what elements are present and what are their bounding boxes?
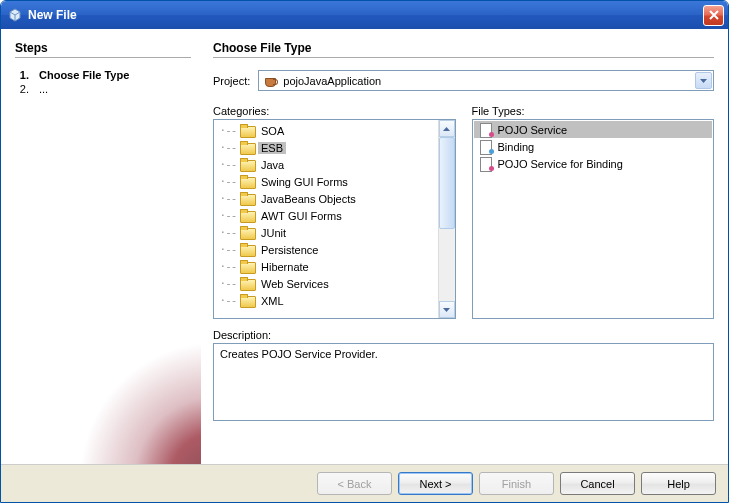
category-item[interactable]: ·--XML — [214, 292, 438, 309]
steps-list: 1. Choose File Type 2. ... — [15, 68, 191, 96]
step-label: ... — [39, 83, 48, 95]
description-box: Creates POJO Service Provider. — [213, 343, 714, 421]
help-button[interactable]: Help — [641, 472, 716, 495]
description-section: Description: Creates POJO Service Provid… — [213, 329, 714, 421]
category-item[interactable]: ·--Web Services — [214, 275, 438, 292]
filetype-label: Binding — [498, 141, 535, 153]
filetype-item[interactable]: Binding — [474, 138, 713, 155]
step-item: 2. ... — [15, 82, 191, 96]
category-item[interactable]: ·--ESB — [214, 139, 438, 156]
step-label: Choose File Type — [39, 69, 129, 81]
content-area: Steps 1. Choose File Type 2. ... Choose … — [1, 29, 728, 464]
panel-heading: Choose File Type — [213, 41, 714, 55]
category-label: Persistence — [258, 244, 321, 256]
folder-icon — [240, 243, 256, 256]
category-item[interactable]: ·--AWT GUI Forms — [214, 207, 438, 224]
category-label: Hibernate — [258, 261, 312, 273]
step-number: 2. — [15, 83, 29, 95]
back-button[interactable]: < Back — [317, 472, 392, 495]
button-bar: < Back Next > Finish Cancel Help — [1, 464, 728, 502]
category-label: XML — [258, 295, 287, 307]
cancel-button[interactable]: Cancel — [560, 472, 635, 495]
category-item[interactable]: ·--Swing GUI Forms — [214, 173, 438, 190]
tree-connector: ·-- — [218, 158, 238, 171]
filetypes-label: File Types: — [472, 105, 715, 117]
filetype-item[interactable]: POJO Service for Binding — [474, 155, 713, 172]
tree-connector: ·-- — [218, 192, 238, 205]
file-icon — [478, 157, 494, 171]
app-icon — [7, 7, 23, 23]
filetype-label: POJO Service — [498, 124, 568, 136]
tree-connector: ·-- — [218, 209, 238, 222]
tree-connector: ·-- — [218, 277, 238, 290]
folder-icon — [240, 124, 256, 137]
category-item[interactable]: ·--Hibernate — [214, 258, 438, 275]
category-item[interactable]: ·--Persistence — [214, 241, 438, 258]
category-label: AWT GUI Forms — [258, 210, 345, 222]
scroll-thumb[interactable] — [439, 137, 455, 229]
folder-icon — [240, 294, 256, 307]
close-button[interactable] — [703, 5, 724, 26]
tree-connector: ·-- — [218, 226, 238, 239]
step-number: 1. — [15, 69, 29, 81]
project-row: Project: pojoJavaApplication — [213, 70, 714, 91]
tree-connector: ·-- — [218, 243, 238, 256]
category-label: Java — [258, 159, 287, 171]
scroll-down-button[interactable] — [439, 301, 455, 318]
description-label: Description: — [213, 329, 714, 341]
folder-icon — [240, 209, 256, 222]
project-label: Project: — [213, 75, 250, 87]
titlebar: New File — [1, 1, 728, 29]
scroll-track[interactable] — [439, 137, 455, 301]
category-label: Web Services — [258, 278, 332, 290]
filetypes-column: File Types: POJO ServiceBindingPOJO Serv… — [472, 105, 715, 319]
filetype-label: POJO Service for Binding — [498, 158, 623, 170]
lists-row: Categories: ·--SOA·--ESB·--Java·--Swing … — [213, 105, 714, 319]
file-icon — [478, 140, 494, 154]
divider — [213, 57, 714, 58]
category-label: JUnit — [258, 227, 289, 239]
category-label: SOA — [258, 125, 287, 137]
folder-icon — [240, 192, 256, 205]
step-item: 1. Choose File Type — [15, 68, 191, 82]
scroll-up-button[interactable] — [439, 120, 455, 137]
filetype-item[interactable]: POJO Service — [474, 121, 713, 138]
steps-sidebar: Steps 1. Choose File Type 2. ... — [1, 29, 201, 464]
tree-connector: ·-- — [218, 124, 238, 137]
folder-icon — [240, 141, 256, 154]
description-text: Creates POJO Service Provider. — [220, 348, 378, 360]
category-label: ESB — [258, 142, 286, 154]
java-project-icon — [263, 73, 279, 89]
project-combobox[interactable]: pojoJavaApplication — [258, 70, 714, 91]
category-item[interactable]: ·--JUnit — [214, 224, 438, 241]
file-icon — [478, 123, 494, 137]
window-title: New File — [28, 8, 703, 22]
category-item[interactable]: ·--Java — [214, 156, 438, 173]
categories-listbox[interactable]: ·--SOA·--ESB·--Java·--Swing GUI Forms·--… — [213, 119, 456, 319]
steps-heading: Steps — [15, 41, 191, 55]
finish-button[interactable]: Finish — [479, 472, 554, 495]
divider — [15, 57, 191, 58]
folder-icon — [240, 158, 256, 171]
folder-icon — [240, 277, 256, 290]
next-button[interactable]: Next > — [398, 472, 473, 495]
tree-connector: ·-- — [218, 260, 238, 273]
scrollbar[interactable] — [438, 120, 455, 318]
folder-icon — [240, 175, 256, 188]
chevron-down-icon — [695, 72, 712, 89]
filetypes-listbox[interactable]: POJO ServiceBindingPOJO Service for Bind… — [472, 119, 715, 319]
main-panel: Choose File Type Project: pojoJavaApplic… — [201, 29, 728, 464]
project-value: pojoJavaApplication — [283, 75, 695, 87]
category-label: Swing GUI Forms — [258, 176, 351, 188]
tree-connector: ·-- — [218, 294, 238, 307]
folder-icon — [240, 260, 256, 273]
tree-connector: ·-- — [218, 141, 238, 154]
categories-column: Categories: ·--SOA·--ESB·--Java·--Swing … — [213, 105, 456, 319]
category-label: JavaBeans Objects — [258, 193, 359, 205]
category-item[interactable]: ·--JavaBeans Objects — [214, 190, 438, 207]
tree-connector: ·-- — [218, 175, 238, 188]
category-item[interactable]: ·--SOA — [214, 122, 438, 139]
categories-label: Categories: — [213, 105, 456, 117]
folder-icon — [240, 226, 256, 239]
